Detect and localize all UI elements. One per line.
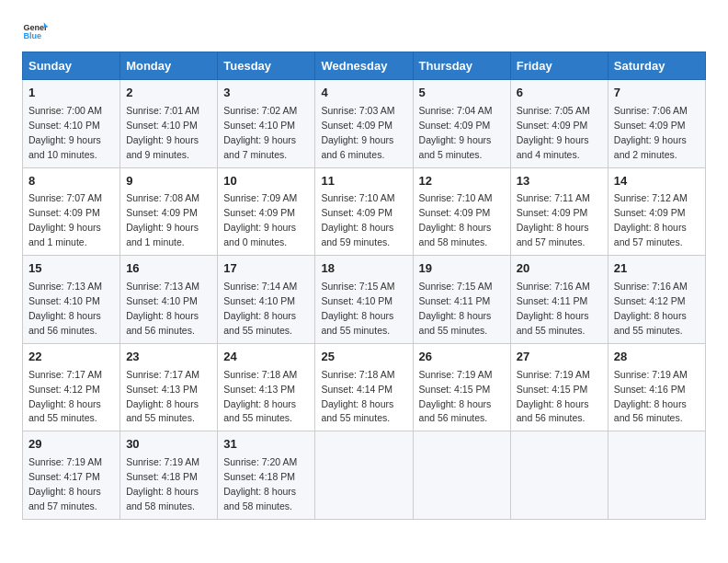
- day-info: Sunrise: 7:10 AMSunset: 4:09 PMDaylight:…: [321, 192, 394, 247]
- weekday-header: Friday: [510, 52, 608, 80]
- calendar-day-cell: 2 Sunrise: 7:01 AMSunset: 4:10 PMDayligh…: [120, 80, 218, 168]
- day-number: 7: [614, 85, 700, 102]
- calendar-day-cell: 11 Sunrise: 7:10 AMSunset: 4:09 PMDaylig…: [315, 167, 413, 256]
- day-info: Sunrise: 7:18 AMSunset: 4:14 PMDaylight:…: [321, 369, 394, 424]
- day-number: 6: [517, 85, 602, 102]
- calendar-day-cell: 12 Sunrise: 7:10 AMSunset: 4:09 PMDaylig…: [413, 167, 510, 256]
- day-info: Sunrise: 7:02 AMSunset: 4:10 PMDaylight:…: [223, 105, 297, 160]
- day-number: 28: [614, 349, 700, 366]
- calendar-day-cell: 8 Sunrise: 7:07 AMSunset: 4:09 PMDayligh…: [23, 167, 120, 256]
- day-number: 11: [321, 173, 406, 190]
- day-number: 2: [126, 85, 211, 102]
- calendar-day-cell: 17 Sunrise: 7:14 AMSunset: 4:10 PMDaylig…: [218, 256, 315, 344]
- day-number: 17: [223, 260, 309, 278]
- calendar-day-cell: 16 Sunrise: 7:13 AMSunset: 4:10 PMDaylig…: [120, 256, 218, 344]
- calendar-day-cell: 9 Sunrise: 7:08 AMSunset: 4:09 PMDayligh…: [120, 167, 218, 256]
- day-info: Sunrise: 7:05 AMSunset: 4:09 PMDaylight:…: [517, 105, 590, 160]
- day-number: 22: [28, 349, 114, 366]
- day-number: 15: [28, 260, 114, 278]
- day-info: Sunrise: 7:00 AMSunset: 4:10 PMDaylight:…: [28, 105, 102, 160]
- calendar-day-cell: 27 Sunrise: 7:19 AMSunset: 4:15 PMDaylig…: [510, 343, 608, 431]
- calendar-week-row: 1 Sunrise: 7:00 AMSunset: 4:10 PMDayligh…: [23, 80, 706, 168]
- calendar-day-cell: 10 Sunrise: 7:09 AMSunset: 4:09 PMDaylig…: [218, 167, 315, 256]
- calendar-body: 1 Sunrise: 7:00 AMSunset: 4:10 PMDayligh…: [23, 80, 706, 520]
- day-number: 19: [419, 260, 505, 278]
- calendar-day-cell: 7 Sunrise: 7:06 AMSunset: 4:09 PMDayligh…: [608, 80, 705, 168]
- calendar-day-cell: 29 Sunrise: 7:19 AMSunset: 4:17 PMDaylig…: [23, 431, 120, 520]
- calendar-day-cell: 28 Sunrise: 7:19 AMSunset: 4:16 PMDaylig…: [608, 343, 705, 431]
- calendar-week-row: 22 Sunrise: 7:17 AMSunset: 4:12 PMDaylig…: [23, 343, 706, 431]
- calendar-day-cell: [510, 431, 608, 520]
- day-info: Sunrise: 7:15 AMSunset: 4:10 PMDaylight:…: [321, 281, 394, 336]
- day-info: Sunrise: 7:04 AMSunset: 4:09 PMDaylight:…: [419, 105, 493, 160]
- calendar-day-cell: 15 Sunrise: 7:13 AMSunset: 4:10 PMDaylig…: [23, 256, 120, 344]
- day-number: 29: [28, 436, 114, 454]
- day-number: 20: [517, 260, 602, 278]
- day-number: 27: [517, 349, 602, 366]
- calendar-day-cell: 4 Sunrise: 7:03 AMSunset: 4:09 PMDayligh…: [315, 80, 413, 168]
- day-number: 13: [517, 173, 602, 190]
- day-number: 14: [614, 173, 700, 190]
- calendar-header: SundayMondayTuesdayWednesdayThursdayFrid…: [23, 52, 706, 80]
- day-number: 3: [223, 85, 309, 102]
- day-number: 4: [321, 85, 406, 102]
- calendar-day-cell: [413, 431, 510, 520]
- day-info: Sunrise: 7:19 AMSunset: 4:18 PMDaylight:…: [126, 456, 199, 511]
- day-info: Sunrise: 7:13 AMSunset: 4:10 PMDaylight:…: [126, 281, 199, 336]
- day-number: 10: [223, 173, 309, 190]
- day-info: Sunrise: 7:19 AMSunset: 4:15 PMDaylight:…: [419, 369, 493, 424]
- day-info: Sunrise: 7:16 AMSunset: 4:11 PMDaylight:…: [517, 281, 590, 336]
- calendar-week-row: 29 Sunrise: 7:19 AMSunset: 4:17 PMDaylig…: [23, 431, 706, 520]
- calendar-day-cell: 23 Sunrise: 7:17 AMSunset: 4:13 PMDaylig…: [120, 343, 218, 431]
- day-info: Sunrise: 7:15 AMSunset: 4:11 PMDaylight:…: [419, 281, 493, 336]
- calendar-day-cell: 3 Sunrise: 7:02 AMSunset: 4:10 PMDayligh…: [218, 80, 315, 168]
- day-info: Sunrise: 7:10 AMSunset: 4:09 PMDaylight:…: [419, 192, 493, 247]
- day-info: Sunrise: 7:20 AMSunset: 4:18 PMDaylight:…: [223, 456, 297, 511]
- page-header: General Blue: [22, 18, 706, 44]
- day-info: Sunrise: 7:08 AMSunset: 4:09 PMDaylight:…: [126, 192, 199, 247]
- day-number: 12: [419, 173, 505, 190]
- calendar-day-cell: 31 Sunrise: 7:20 AMSunset: 4:18 PMDaylig…: [218, 431, 315, 520]
- calendar-day-cell: 26 Sunrise: 7:19 AMSunset: 4:15 PMDaylig…: [413, 343, 510, 431]
- day-info: Sunrise: 7:09 AMSunset: 4:09 PMDaylight:…: [223, 192, 297, 247]
- weekday-header: Sunday: [23, 52, 120, 80]
- day-info: Sunrise: 7:19 AMSunset: 4:15 PMDaylight:…: [517, 369, 590, 424]
- calendar-day-cell: 24 Sunrise: 7:18 AMSunset: 4:13 PMDaylig…: [218, 343, 315, 431]
- calendar-day-cell: [315, 431, 413, 520]
- day-info: Sunrise: 7:13 AMSunset: 4:10 PMDaylight:…: [28, 281, 102, 336]
- weekday-header: Thursday: [413, 52, 510, 80]
- svg-text:Blue: Blue: [23, 31, 41, 40]
- day-info: Sunrise: 7:16 AMSunset: 4:12 PMDaylight:…: [614, 281, 688, 336]
- weekday-header: Wednesday: [315, 52, 413, 80]
- day-number: 25: [321, 349, 406, 366]
- day-info: Sunrise: 7:19 AMSunset: 4:16 PMDaylight:…: [614, 369, 688, 424]
- day-number: 24: [223, 349, 309, 366]
- day-number: 9: [126, 173, 211, 190]
- day-number: 5: [419, 85, 505, 102]
- calendar-day-cell: 19 Sunrise: 7:15 AMSunset: 4:11 PMDaylig…: [413, 256, 510, 344]
- day-info: Sunrise: 7:06 AMSunset: 4:09 PMDaylight:…: [614, 105, 688, 160]
- calendar-day-cell: 6 Sunrise: 7:05 AMSunset: 4:09 PMDayligh…: [510, 80, 608, 168]
- day-number: 30: [126, 436, 211, 454]
- calendar-day-cell: 21 Sunrise: 7:16 AMSunset: 4:12 PMDaylig…: [608, 256, 705, 344]
- day-number: 26: [419, 349, 505, 366]
- day-info: Sunrise: 7:14 AMSunset: 4:10 PMDaylight:…: [223, 281, 297, 336]
- day-info: Sunrise: 7:03 AMSunset: 4:09 PMDaylight:…: [321, 105, 394, 160]
- weekday-header: Saturday: [608, 52, 705, 80]
- day-info: Sunrise: 7:11 AMSunset: 4:09 PMDaylight:…: [517, 192, 590, 247]
- logo: General Blue: [22, 18, 51, 44]
- calendar-day-cell: 5 Sunrise: 7:04 AMSunset: 4:09 PMDayligh…: [413, 80, 510, 168]
- calendar-day-cell: 18 Sunrise: 7:15 AMSunset: 4:10 PMDaylig…: [315, 256, 413, 344]
- day-info: Sunrise: 7:17 AMSunset: 4:13 PMDaylight:…: [126, 369, 199, 424]
- day-number: 31: [223, 436, 309, 454]
- logo-icon: General Blue: [22, 18, 48, 44]
- weekday-header: Tuesday: [218, 52, 315, 80]
- day-info: Sunrise: 7:12 AMSunset: 4:09 PMDaylight:…: [614, 192, 688, 247]
- day-number: 8: [28, 173, 114, 190]
- day-info: Sunrise: 7:01 AMSunset: 4:10 PMDaylight:…: [126, 105, 199, 160]
- calendar-day-cell: 1 Sunrise: 7:00 AMSunset: 4:10 PMDayligh…: [23, 80, 120, 168]
- day-number: 23: [126, 349, 211, 366]
- calendar-header-row: SundayMondayTuesdayWednesdayThursdayFrid…: [23, 52, 706, 80]
- calendar-week-row: 15 Sunrise: 7:13 AMSunset: 4:10 PMDaylig…: [23, 256, 706, 344]
- day-number: 21: [614, 260, 700, 278]
